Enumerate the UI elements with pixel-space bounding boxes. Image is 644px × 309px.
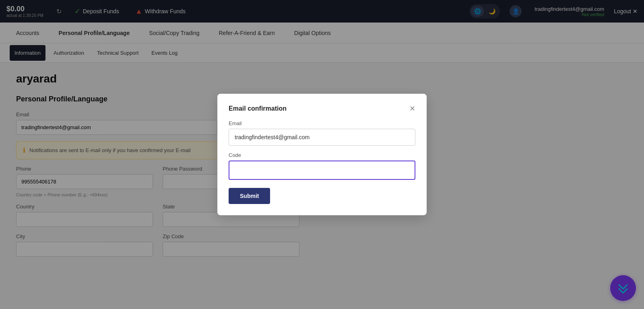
modal-code-field: Code [229, 152, 415, 180]
modal-code-label: Code [229, 152, 415, 158]
code-input-wrapper [229, 161, 415, 180]
modal-close-button[interactable]: ✕ [409, 105, 415, 112]
modal-header: Email confirmation ✕ [229, 105, 415, 112]
submit-button[interactable]: Submit [229, 188, 270, 204]
email-confirmation-modal: Email confirmation ✕ Email Code Submit [217, 94, 427, 215]
modal-email-field: Email [229, 120, 415, 146]
modal-email-label: Email [229, 120, 415, 126]
modal-title: Email confirmation [229, 105, 287, 112]
modal-code-input[interactable] [229, 161, 415, 179]
modal-email-input[interactable] [229, 129, 415, 146]
modal-overlay: Email confirmation ✕ Email Code Submit [0, 0, 644, 309]
